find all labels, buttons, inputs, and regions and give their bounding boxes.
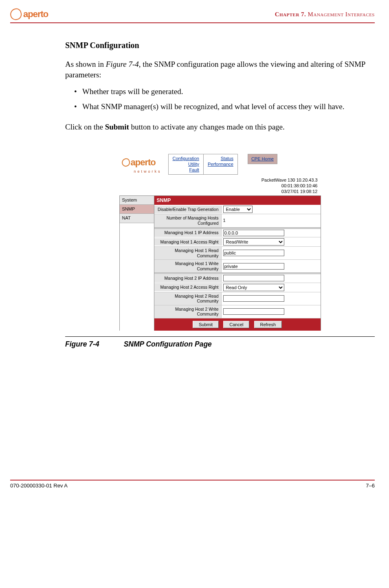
refresh-button[interactable]: Refresh — [254, 321, 282, 328]
sidebar-item-system[interactable]: System — [120, 196, 154, 205]
shot-logo-sub: networks — [134, 169, 166, 174]
chapter-prefix: Chapter 7. — [275, 11, 306, 18]
row-numhosts: Number of Managing Hosts Configured 1 — [154, 214, 321, 227]
figure-caption: Figure 7-4SNMP Configuration Page — [65, 339, 375, 349]
shot-main: System SNMP NAT SNMP Disable/Enable Trap… — [119, 195, 321, 331]
intro-pre: As shown in — [65, 60, 106, 68]
h2-ip-label: Managing Host 2 IP Address — [154, 274, 222, 282]
row-h2-ip: Managing Host 2 IP Address — [154, 274, 321, 283]
figure-title: SNMP Configuration Page — [124, 340, 212, 348]
content: SNMP Configuration As shown in Figure 7-… — [65, 39, 375, 349]
nav-link-performance[interactable]: Performance — [208, 161, 233, 167]
submit-ref: Submit — [105, 123, 129, 131]
cpe-home-link[interactable]: CPE Home — [248, 154, 277, 164]
h1-acc-label: Managing Host 1 Access Right — [154, 238, 222, 246]
button-bar: Submit Cancel Refresh — [154, 318, 321, 331]
page-footer: 070-20000330-01 Rev A 7–6 — [10, 480, 375, 489]
shot-panel: SNMP Disable/Enable Trap Generation Enab… — [154, 196, 321, 331]
h2-rc-input[interactable] — [223, 295, 284, 302]
h1-acc-select[interactable]: Read/Write — [223, 238, 284, 246]
click-pre: Click on the — [65, 123, 105, 131]
bullet-list: Whether traps will be generated. What SN… — [65, 86, 375, 112]
h1-ip-label: Managing Host 1 IP Address — [154, 229, 222, 237]
figure-ref: Figure 7-4 — [106, 60, 139, 68]
row-h2-rc: Managing Host 2 Read Community — [154, 292, 321, 305]
h2-rc-label: Managing Host 2 Read Community — [154, 292, 222, 305]
numhosts-label: Number of Managing Hosts Configured — [154, 214, 222, 227]
nav-link-status[interactable]: Status — [208, 156, 233, 161]
submit-button[interactable]: Submit — [193, 321, 219, 328]
trap-label: Disable/Enable Trap Generation — [154, 206, 222, 213]
h2-wc-label: Managing Host 2 Write Community — [154, 305, 222, 318]
sidebar-item-snmp[interactable]: SNMP — [120, 205, 154, 214]
sidebar-item-nat[interactable]: NAT — [120, 214, 154, 223]
nav-col-2: Status Performance — [204, 154, 237, 175]
h1-rc-input[interactable] — [223, 250, 284, 256]
row-h1-wc: Managing Host 1 Write Community — [154, 260, 321, 273]
h1-wc-input[interactable] — [223, 263, 284, 270]
nav-group: Configuration Utility Fault Status Perfo… — [168, 154, 238, 175]
shot-logo-text: aperto — [131, 156, 156, 169]
device-line-2: 03/27/01 19:08:12 — [229, 189, 318, 194]
h1-rc-label: Managing Host 1 Read Community — [154, 247, 222, 259]
figure-divider — [65, 336, 375, 337]
h2-wc-input[interactable] — [223, 308, 284, 315]
row-h2-wc: Managing Host 2 Write Community — [154, 305, 321, 318]
swirl-icon — [9, 7, 23, 21]
footer-left: 070-20000330-01 Rev A — [10, 482, 68, 489]
trap-select[interactable]: Enable — [223, 206, 253, 213]
logo-text: aperto — [23, 8, 48, 21]
numhosts-value: 1 — [222, 217, 321, 224]
nav-link-fault[interactable]: Fault — [173, 167, 199, 173]
click-post: button to activate any changes made on t… — [129, 123, 285, 131]
row-h1-rc: Managing Host 1 Read Community — [154, 247, 321, 260]
device-info: PacketWave 130 10.20.43.3 00:01:38:00:10… — [225, 175, 321, 195]
h1-wc-label: Managing Host 1 Write Community — [154, 260, 222, 272]
click-para: Click on the Submit button to activate a… — [65, 122, 375, 133]
figure-number: Figure 7-4 — [65, 340, 99, 348]
h2-acc-label: Managing Host 2 Access Right — [154, 283, 222, 291]
row-h1-ip: Managing Host 1 IP Address — [154, 229, 321, 237]
swirl-icon — [121, 158, 130, 167]
snmp-screenshot: aperto networks Configuration Utility Fa… — [119, 153, 321, 331]
list-item: Whether traps will be generated. — [65, 86, 375, 97]
h2-acc-select[interactable]: Read Only — [223, 284, 284, 291]
list-item: What SNMP manager(s) will be recognized,… — [65, 101, 375, 112]
section-title: SNMP Configuration — [65, 39, 375, 51]
page-header: aperto Chapter 7. Management Interfaces — [10, 8, 375, 23]
row-trap: Disable/Enable Trap Generation Enable — [154, 205, 321, 214]
h1-ip-input[interactable] — [223, 230, 284, 236]
intro-para: As shown in Figure 7-4, the SNMP configu… — [65, 59, 375, 81]
shot-logo: aperto networks — [119, 153, 168, 176]
nav-row: Configuration Utility Fault Status Perfo… — [168, 153, 321, 175]
shot-sidebar: System SNMP NAT — [119, 196, 154, 331]
cancel-button[interactable]: Cancel — [223, 321, 249, 328]
logo: aperto — [10, 8, 48, 21]
chapter-line: Chapter 7. Management Interfaces — [275, 10, 375, 19]
nav-link-configuration[interactable]: Configuration — [173, 156, 199, 161]
nav-col-1: Configuration Utility Fault — [169, 154, 204, 175]
shot-top: aperto networks Configuration Utility Fa… — [119, 153, 321, 195]
row-h1-acc: Managing Host 1 Access Right Read/Write — [154, 237, 321, 247]
footer-right: 7–6 — [366, 482, 375, 489]
panel-title: SNMP — [154, 196, 321, 205]
nav-link-utility[interactable]: Utility — [173, 161, 199, 167]
h2-ip-input[interactable] — [223, 275, 284, 281]
row-h2-acc: Managing Host 2 Access Right Read Only — [154, 283, 321, 292]
device-line-1: PacketWave 130 10.20.43.3 00:01:38:00:10… — [229, 177, 318, 189]
chapter-title: Management Interfaces — [306, 11, 375, 18]
